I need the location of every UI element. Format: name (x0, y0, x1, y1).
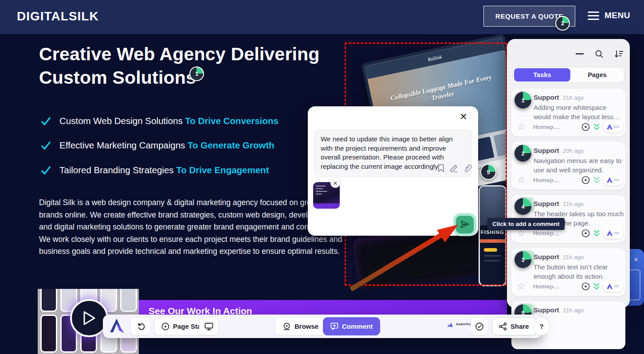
status-circle-icon[interactable] (581, 229, 590, 237)
double-chevron-down-icon[interactable] (593, 283, 600, 290)
comment-pin-2[interactable]: 2 (555, 16, 570, 31)
star-icon[interactable]: ☆ (517, 121, 526, 132)
hero-title: Creative Web Agency Delivering Custom So… (39, 43, 334, 89)
task-author: Support (534, 93, 559, 101)
tab-pages[interactable]: Pages (570, 71, 624, 78)
task-pin: 1 (514, 92, 531, 109)
approve-button[interactable] (471, 317, 488, 335)
star-icon[interactable]: ☆ (517, 281, 526, 292)
task-card[interactable]: 2 Support 20h ago Navigation menus are e… (511, 142, 625, 190)
atarim-logo-icon[interactable] (108, 318, 125, 334)
search-icon[interactable] (595, 50, 604, 58)
status-circle-icon (161, 323, 169, 331)
atarim-logo-icon (607, 124, 613, 129)
task-card[interactable]: 3 Support 21h ago The button text isn’t … (511, 248, 625, 296)
browse-button[interactable]: Browse (275, 317, 326, 335)
atarim-toolbar: Page Status Browse Comment Aza (103, 315, 542, 338)
task-page: Homep… (533, 124, 559, 130)
screen: Rollink Collapsible Luggage Made For Eve… (0, 0, 644, 354)
site-logo[interactable]: DIGITALSILK (17, 9, 99, 23)
azalotech-logo-icon (447, 322, 454, 327)
hero-bullet-2: Effective Marketing Campaigns To Generat… (41, 140, 275, 151)
status-circle-icon[interactable] (581, 123, 590, 131)
azalotech-brand: AzaloTech (447, 322, 473, 327)
panel-tabs: Tasks Pages (512, 67, 624, 83)
sort-icon[interactable] (614, 50, 624, 58)
share-button[interactable]: Share (492, 317, 536, 335)
atarim-brand-pill (603, 280, 623, 292)
device-preview-button[interactable] (199, 317, 219, 335)
atarim-brand-pill (603, 121, 623, 132)
task-text: Adding more whitespace would make the la… (534, 103, 624, 121)
monitor-icon (204, 323, 213, 331)
task-card[interactable]: 1 Support 21h ago Adding more whitespace… (511, 89, 625, 136)
status-circle-icon[interactable] (581, 282, 590, 291)
question-icon: ? (539, 323, 543, 330)
status-circle-icon[interactable] (581, 176, 590, 184)
site-header: DIGITALSILK REQUEST A QUOTE MENU 2 (0, 0, 644, 34)
task-pin: 2 (514, 145, 531, 162)
minimize-icon[interactable] (576, 53, 584, 54)
comment-pin-5[interactable]: 5 (480, 164, 496, 180)
share-nodes-icon (499, 323, 507, 331)
help-button[interactable]: ? (533, 317, 550, 335)
comment-mode-button[interactable]: Comment (323, 317, 380, 335)
check-icon (41, 116, 51, 126)
comment-bubble-icon (330, 323, 338, 330)
tab-tasks[interactable]: Tasks (514, 68, 570, 82)
thumbnail-remove-icon[interactable]: ✕ (330, 178, 340, 188)
edit-pencil-icon[interactable] (450, 164, 458, 172)
add-comment-tooltip: Click to add a comment (487, 218, 565, 230)
comment-pin-1[interactable]: 1 (189, 66, 204, 81)
hero-paragraph: Digital Silk is a web design company & d… (39, 197, 345, 258)
popup-close-icon[interactable]: × (460, 111, 467, 123)
toast-close-icon[interactable]: ✕ (633, 256, 639, 263)
double-chevron-down-icon[interactable] (593, 230, 600, 237)
double-chevron-down-icon[interactable] (593, 176, 600, 184)
hero-bullet-1: Custom Web Design Solutions To Drive Con… (41, 116, 279, 126)
check-icon (41, 140, 51, 151)
atarim-brand-pill (603, 227, 623, 239)
double-chevron-down-icon[interactable] (593, 123, 600, 131)
hero-bullet-3: Tailored Branding Strategies To Drive En… (41, 165, 269, 175)
atarim-logo-icon (607, 230, 613, 236)
play-icon (82, 311, 96, 326)
hamburger-icon (588, 12, 599, 20)
atarim-brand-pill (603, 174, 623, 186)
task-pin: 3 (514, 251, 531, 268)
task-time: 21h ago (563, 94, 584, 101)
browse-icon (283, 323, 291, 331)
task-pin: 4 (514, 198, 531, 215)
star-icon[interactable]: ☆ (517, 175, 526, 185)
check-circle-icon (475, 322, 484, 331)
atarim-logo-icon (607, 177, 613, 183)
attachment-icon[interactable] (463, 164, 471, 172)
reload-icon (137, 322, 145, 331)
bookmark-icon[interactable] (437, 164, 445, 172)
menu-button[interactable]: MENU (588, 11, 630, 20)
atarim-logo-icon (607, 284, 613, 289)
check-icon (41, 165, 51, 175)
reload-button[interactable] (130, 317, 151, 335)
red-annotation-arrow (348, 219, 464, 293)
